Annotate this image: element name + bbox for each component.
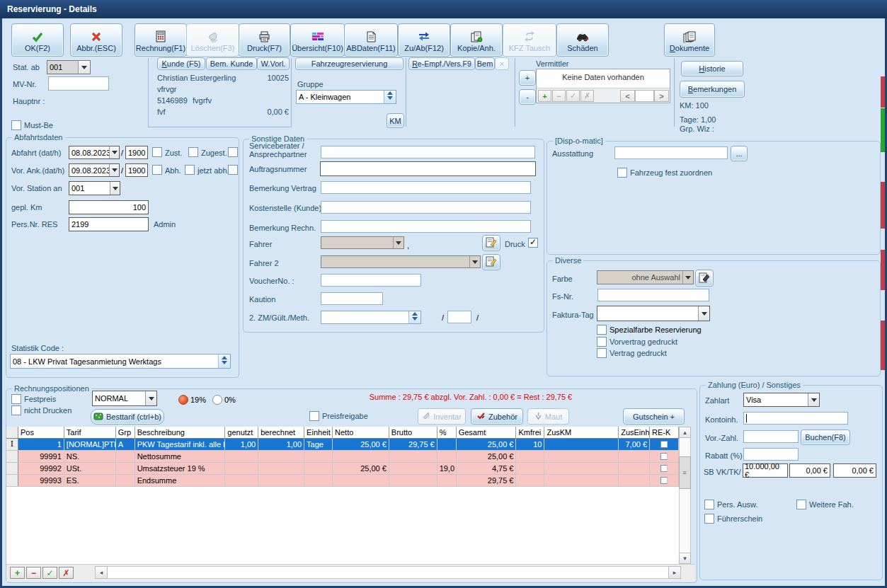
chevron-down-icon[interactable]: [145, 391, 156, 405]
column-header-percent[interactable]: %: [437, 427, 457, 438]
table-row[interactable]: 99992 USt. Umsatzsteuer 19 % 25,00 € 19,…: [6, 463, 679, 475]
book-button[interactable]: Buchen(F8): [801, 430, 850, 445]
vehicle-reservation-tab[interactable]: Fahrzeugreservierung: [295, 57, 404, 70]
customer-button[interactable]: Kunde (F5): [157, 57, 205, 70]
pickup-now-checkbox[interactable]: [228, 165, 238, 175]
toll-button[interactable]: Maut: [527, 408, 569, 425]
vat-0-radio[interactable]: [212, 395, 222, 405]
license-number-input[interactable]: [597, 289, 709, 301]
precontract-printed-checkbox[interactable]: [597, 337, 607, 347]
arrival-time-input[interactable]: 1900: [125, 163, 148, 177]
voucher-number-input[interactable]: [321, 274, 421, 287]
column-header-beschreibung[interactable]: Beschreibung: [135, 427, 226, 438]
rek-checkbox[interactable]: [660, 453, 668, 460]
table-row[interactable]: 99991 NS. Nettosumme 25,00 €: [6, 451, 679, 463]
history-button[interactable]: Historie: [681, 61, 743, 76]
scroll-up-icon[interactable]: ▴: [679, 427, 691, 438]
deductible-tk-input[interactable]: 0,00 €: [789, 463, 830, 478]
chevron-down-icon[interactable]: [78, 61, 90, 74]
cancel-button[interactable]: Abbr.(ESC): [70, 23, 122, 57]
inventory-button[interactable]: Inventar: [418, 408, 466, 425]
equipment-browse-button[interactable]: ...: [731, 146, 748, 161]
agent-page-field[interactable]: [635, 90, 654, 102]
no-print-checkbox[interactable]: [11, 405, 21, 415]
equipment-input[interactable]: [614, 146, 728, 159]
chevron-down-icon[interactable]: [109, 146, 119, 158]
scroll-down-icon[interactable]: ▾: [679, 553, 691, 564]
column-header-zuseinh[interactable]: ZusEinh: [619, 427, 650, 438]
statistic-code-select[interactable]: 08 - LKW Privat Tagesanmietung Werktags: [10, 354, 231, 369]
account-holder-input[interactable]: [743, 412, 848, 425]
spinner-icon[interactable]: [218, 354, 230, 368]
fixed-price-checkbox[interactable]: [11, 394, 21, 404]
service-advisor-input[interactable]: [321, 146, 535, 158]
note-button[interactable]: Bem: [475, 57, 495, 70]
must-be-checkbox[interactable]: [11, 120, 21, 130]
vat-19-radio[interactable]: [178, 395, 188, 405]
deposit-input[interactable]: [321, 292, 383, 305]
color-picker-button[interactable]: [695, 270, 714, 287]
template-button[interactable]: W.Vorl.: [257, 57, 290, 70]
arrival-date-select[interactable]: 09.08.2023: [69, 163, 120, 177]
personnel-number-input[interactable]: 2199: [69, 217, 149, 231]
tariff-select[interactable]: NORMAL: [92, 391, 157, 406]
column-header-gesamt[interactable]: Gesamt: [457, 427, 517, 438]
spinner-icon[interactable]: [384, 91, 396, 103]
column-header-netto[interactable]: Netto: [333, 427, 389, 438]
km-button[interactable]: KM: [387, 113, 404, 128]
delivered-checkbox[interactable]: [188, 147, 198, 157]
invoice-note-input[interactable]: [321, 220, 531, 233]
transfer-button[interactable]: Zu/Ab(F12): [398, 23, 450, 57]
price-release-checkbox[interactable]: [309, 411, 319, 421]
copy-attach-button[interactable]: Kopie/Anh.: [450, 23, 503, 57]
chevron-down-icon[interactable]: [393, 237, 404, 248]
column-header-einheit[interactable]: Einheit: [304, 427, 333, 438]
scroll-right-icon[interactable]: ▸: [668, 566, 681, 579]
column-header-rek[interactable]: RE-K: [650, 427, 679, 438]
driver-edit-button[interactable]: [482, 235, 500, 251]
spinner-icon[interactable]: [408, 311, 420, 323]
planned-km-input[interactable]: 100: [69, 200, 149, 214]
column-header-zuskm[interactable]: ZusKM: [544, 427, 619, 438]
column-header-grp[interactable]: Grp: [116, 427, 135, 438]
agent-next-button[interactable]: >: [654, 90, 669, 102]
contract-note-input[interactable]: [321, 181, 531, 194]
vehicle-swap-button[interactable]: KFZ Tausch: [503, 23, 556, 57]
column-header-berechnet[interactable]: berechnet: [258, 427, 304, 438]
arrival-station-select[interactable]: 001: [69, 181, 120, 195]
fixed-vehicle-checkbox[interactable]: [617, 168, 627, 178]
agent-prev-button[interactable]: <: [620, 90, 635, 102]
close-icon[interactable]: ×: [495, 57, 509, 70]
remarks-button[interactable]: Bemerkungen: [680, 81, 745, 98]
discount-input[interactable]: [743, 448, 799, 461]
group-select[interactable]: A - Kleinwagen: [296, 90, 396, 104]
accessories-button[interactable]: Zubehör: [471, 408, 523, 425]
rek-checkbox[interactable]: [660, 441, 668, 448]
rek-checkbox[interactable]: [660, 477, 668, 484]
cost-center-input[interactable]: [321, 201, 531, 214]
rek-checkbox[interactable]: [660, 465, 668, 472]
chevron-down-icon[interactable]: [109, 164, 119, 176]
column-header-genutzt[interactable]: genutzt: [225, 427, 258, 438]
deductible-third-input[interactable]: 0,00 €: [833, 463, 876, 478]
payment-type-select[interactable]: Visa: [743, 393, 820, 407]
personal-id-checkbox[interactable]: [704, 500, 714, 509]
row-remove-button[interactable]: −: [26, 567, 41, 579]
customer-note-button[interactable]: Bem. Kunde: [206, 57, 257, 70]
scroll-left-icon[interactable]: ◂: [95, 566, 108, 579]
departure-time-input[interactable]: 1900: [125, 146, 148, 159]
special-color-checkbox[interactable]: [597, 325, 607, 335]
abdata-button[interactable]: ABDaten(F11): [344, 23, 398, 57]
chevron-down-icon[interactable]: [682, 271, 693, 284]
drivers-license-checkbox[interactable]: [704, 514, 714, 524]
overview-button[interactable]: Übersicht(F10): [290, 23, 345, 57]
arrival-flag-checkbox[interactable]: [152, 165, 162, 175]
ok-button[interactable]: OK(F2): [11, 23, 64, 57]
table-horizontal-scrollbar[interactable]: [95, 566, 681, 579]
contract-printed-checkbox[interactable]: [597, 348, 607, 358]
order-number-input[interactable]: [320, 161, 536, 176]
departure-date-select[interactable]: 08.08.2023: [69, 146, 120, 159]
mv-number-input[interactable]: [48, 76, 109, 91]
row-cancel-button[interactable]: ✗: [59, 567, 74, 579]
driver-select[interactable]: [321, 236, 404, 249]
